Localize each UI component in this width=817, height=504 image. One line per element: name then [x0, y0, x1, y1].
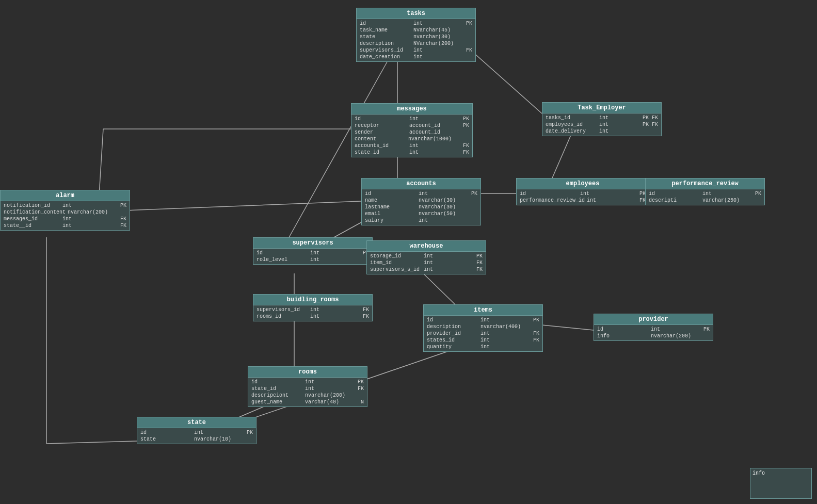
- info-label: info: [750, 468, 811, 478]
- table-employees: employees id int PK performance_review_i…: [516, 178, 649, 205]
- table-accounts-header: accounts: [362, 178, 480, 189]
- table-provider-header: provider: [594, 314, 713, 325]
- table-row: notification_id int PK: [3, 202, 127, 209]
- info-box: info: [750, 468, 812, 499]
- table-row: item_id int FK: [369, 259, 484, 266]
- table-performance-review-body: id int PK descripti varchar(250): [646, 189, 764, 205]
- table-performance-review: performance_review id int PK descripti v…: [645, 178, 765, 205]
- table-row: descripti varchar(250): [648, 197, 762, 204]
- table-performance-review-header: performance_review: [646, 178, 764, 189]
- svg-line-12: [542, 325, 594, 330]
- table-messages-header: messages: [351, 104, 472, 115]
- table-accounts: accounts id int PK name nvarchar(30) las…: [361, 178, 481, 225]
- table-row: date_delivery int: [544, 128, 659, 135]
- table-row: state__id int FK: [3, 222, 127, 229]
- table-row: name nvarchar(30): [364, 197, 478, 204]
- table-warehouse: warehouse storage_id int PK item_id int …: [366, 240, 486, 274]
- table-row: storage_id int PK: [369, 253, 484, 259]
- table-employees-body: id int PK performance_review_id int FK: [517, 189, 649, 205]
- table-state: state id int PK state nvarchar(10): [137, 417, 257, 444]
- table-row: id int PK: [426, 317, 540, 323]
- table-row: supervisors_id int FK: [359, 47, 473, 54]
- table-row: state_id int FK: [354, 149, 470, 156]
- table-alarm-header: alarm: [1, 190, 130, 201]
- table-warehouse-body: storage_id int PK item_id int FK supervi…: [367, 252, 486, 274]
- table-task-employer: Task_Employer tasks_id int PK FK employe…: [542, 102, 662, 136]
- table-buidling-rooms-header: buidling_rooms: [253, 295, 372, 305]
- table-alarm: alarm notification_id int PK notificatio…: [0, 190, 130, 231]
- table-row: info nvarchar(200): [596, 333, 711, 339]
- table-row: state nvarchar(30): [359, 34, 473, 40]
- table-task-employer-body: tasks_id int PK FK employees_id int PK F…: [542, 113, 661, 136]
- table-task-employer-header: Task_Employer: [542, 103, 661, 113]
- table-row: id int PK: [255, 250, 370, 256]
- table-warehouse-header: warehouse: [367, 241, 486, 252]
- table-rooms-body: id int PK state_id int FK descripciont n…: [248, 378, 367, 407]
- diagram-canvas: tasks id int PK task_name NVarchar(45) s…: [0, 0, 817, 504]
- table-items-body: id int PK description nvarchar(400) prov…: [424, 316, 542, 351]
- table-row: sender account_id: [354, 129, 470, 136]
- table-alarm-body: notification_id int PK notification_cont…: [1, 201, 130, 230]
- table-row: salary int: [364, 217, 478, 224]
- table-row: id int PK: [519, 190, 647, 197]
- svg-line-16: [46, 441, 137, 444]
- table-row: provider_id int FK: [426, 330, 540, 337]
- table-row: lastname nvarchar(30): [364, 204, 478, 210]
- table-employees-header: employees: [517, 178, 649, 189]
- table-tasks-header: tasks: [357, 8, 475, 19]
- table-messages: messages id int PK receptor account_id P…: [351, 103, 473, 157]
- table-tasks-body: id int PK task_name NVarchar(45) state n…: [357, 19, 475, 61]
- table-row: receptor account_id PK: [354, 122, 470, 129]
- table-state-header: state: [137, 417, 256, 428]
- table-provider-body: id int PK info nvarchar(200): [594, 325, 713, 340]
- table-supervisors-header: supervisors: [253, 238, 372, 249]
- table-provider: provider id int PK info nvarchar(200): [594, 314, 713, 341]
- table-row: state_id int FK: [250, 385, 365, 392]
- table-row: supervisors_id int FK: [255, 306, 370, 313]
- table-supervisors-body: id int PK role_level int: [253, 249, 372, 264]
- table-row: id int PK: [364, 190, 478, 197]
- table-row: messages_id int FK: [3, 216, 127, 222]
- table-row: email nvarchar(50): [364, 210, 478, 217]
- table-row: state nvarchar(10): [139, 436, 254, 443]
- table-row: id int PK: [139, 429, 254, 436]
- table-row: guest_name varchar(40) N: [250, 399, 365, 405]
- table-supervisors: supervisors id int PK role_level int: [253, 237, 373, 265]
- table-row: id int PK: [596, 326, 711, 333]
- table-state-body: id int PK state nvarchar(10): [137, 428, 256, 444]
- table-row: description NVarchar(200): [359, 40, 473, 47]
- table-tasks: tasks id int PK task_name NVarchar(45) s…: [356, 8, 476, 62]
- table-row: descripciont nvarchar(200): [250, 392, 365, 399]
- table-accounts-body: id int PK name nvarchar(30) lastname nva…: [362, 189, 480, 225]
- table-row: performance_review_id int FK: [519, 197, 647, 204]
- table-items-header: items: [424, 305, 542, 316]
- table-items: items id int PK description nvarchar(400…: [423, 304, 543, 352]
- table-row: supervisors_s_id int FK: [369, 266, 484, 273]
- table-buidling-rooms: buidling_rooms supervisors_id int FK roo…: [253, 294, 373, 321]
- table-buidling-rooms-body: supervisors_id int FK rooms_id int FK: [253, 305, 372, 321]
- table-rooms-header: rooms: [248, 367, 367, 378]
- table-row: id int PK: [359, 20, 473, 27]
- table-row: id int PK: [250, 379, 365, 385]
- table-row: date_creation int: [359, 54, 473, 60]
- table-row: tasks_id int PK FK: [544, 115, 659, 121]
- table-row: content nvarchar(1000): [354, 136, 470, 142]
- table-row: notification_content nvarchar(200): [3, 209, 127, 216]
- svg-line-7: [98, 201, 361, 212]
- table-row: id int PK: [648, 190, 762, 197]
- table-row: employees_id int PK FK: [544, 121, 659, 128]
- table-row: accounts_id int FK: [354, 142, 470, 149]
- table-rooms: rooms id int PK state_id int FK descripc…: [248, 366, 367, 407]
- table-row: rooms_id int FK: [255, 313, 370, 320]
- table-row: role_level int: [255, 256, 370, 263]
- table-row: description nvarchar(400): [426, 323, 540, 330]
- table-messages-body: id int PK receptor account_id PK sender …: [351, 115, 472, 157]
- table-row: id int PK: [354, 116, 470, 122]
- table-row: task_name NVarchar(45): [359, 27, 473, 34]
- table-row: quantity int: [426, 344, 540, 350]
- table-row: states_id int FK: [426, 337, 540, 344]
